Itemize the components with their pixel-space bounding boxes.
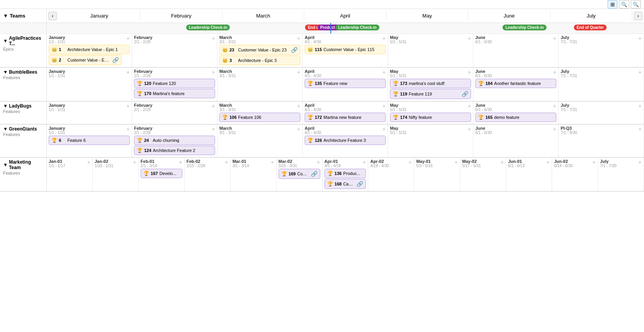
cell-add-button[interactable]: + [638, 69, 642, 75]
cell-add-button[interactable]: + [553, 35, 556, 41]
cell-add-button[interactable]: + [638, 126, 642, 132]
teams-toggle[interactable]: ▼ Teams [0, 9, 47, 23]
cell-add-button[interactable]: + [126, 126, 130, 132]
group-greengiants-label: GreenGiants [9, 126, 37, 132]
cell-add-button[interactable]: + [271, 159, 274, 165]
group-bumblebees-name[interactable]: ▼ BumbleBees [3, 69, 43, 75]
cell-add-button[interactable]: + [126, 103, 130, 109]
cell-add-button[interactable]: + [297, 103, 300, 109]
cell-period-name: April [305, 103, 321, 108]
cell-head: May 5/1 - 5/31 + [390, 35, 471, 44]
cell-add-button[interactable]: + [382, 69, 386, 75]
feat-item-126[interactable]: 🏆 126 Architecture Feature 3 [305, 136, 386, 145]
group-marketingteam-name[interactable]: ▼ Marketing Team [3, 159, 43, 170]
feat-item-119[interactable]: 🏆 119 Feature 119 🔗 [390, 89, 471, 99]
epic-item-23[interactable]: 👑 23 Customer Value - Epic 23 🔗 [219, 45, 300, 55]
cell-add-button[interactable]: + [468, 35, 471, 41]
greengiants-mar-cell: March 3/1 - 3/31 + [217, 125, 303, 157]
cell-add-button[interactable]: + [592, 159, 596, 165]
group-agilepractices-header: ▼ AgilePractices T... Epics January 1/1 … [0, 34, 644, 67]
feat-item-172[interactable]: 🏆 172 Martina new feature [305, 113, 386, 122]
nav-left-button[interactable]: ‹ [48, 12, 57, 20]
feat-item-174[interactable]: 🏆 174 Nifty feature [390, 113, 471, 122]
feat-item-169[interactable]: 🏆 169 Communica... 🔗 [279, 169, 320, 179]
cell-add-button[interactable]: + [546, 159, 550, 165]
cell-add-button[interactable]: + [87, 159, 90, 165]
epic-item-115[interactable]: 👑 115 Customer Value - Epic 115 [305, 45, 386, 54]
cell-add-button[interactable]: + [382, 126, 386, 132]
cell-head: Apr-02 4/19 - 4/30 + [370, 159, 412, 168]
group-greengiants-name[interactable]: ▼ GreenGiants [3, 126, 43, 132]
cell-add-button[interactable]: + [500, 159, 504, 165]
cell-add-button[interactable]: + [317, 159, 320, 165]
epic-icon: 👑 [222, 47, 228, 53]
feat-item-136[interactable]: 🏆 136 Produc... [325, 169, 366, 178]
cell-head: July 7/1 - 7/31 + [561, 69, 642, 78]
grid-view-button[interactable]: ⊞ [607, 0, 618, 9]
bumblebees-jun-cell: June 6/1 - 6/30 + 🏆 184 Another fantasti… [473, 68, 559, 101]
cell-add-button[interactable]: + [455, 159, 458, 165]
cell-add-button[interactable]: + [212, 35, 215, 41]
cell-add-button[interactable]: + [297, 35, 300, 41]
cell-period-name: June [475, 69, 492, 74]
feat-item-167[interactable]: 🏆 167 Develo... [141, 169, 182, 178]
zoom-out-button[interactable]: 🔍 [619, 0, 629, 9]
cell-period-name: Feb-01 [141, 159, 157, 164]
cell-add-button[interactable]: + [638, 159, 642, 165]
cell-period-name: Apr-02 [370, 159, 389, 164]
epic-item-3[interactable]: 👑 3 Architecture - Epic 3 [219, 56, 300, 65]
feat-item-120[interactable]: 🏆 120 Feature 120 [134, 79, 215, 88]
today-line [330, 23, 331, 34]
cell-add-button[interactable]: + [638, 103, 642, 109]
feat-item-168[interactable]: 🏆 168 Campa... 🔗 [325, 179, 366, 189]
group-agilepractices-name[interactable]: ▼ AgilePractices T... [3, 35, 43, 46]
feat-item-106[interactable]: 🏆 106 Feature 106 [219, 113, 300, 122]
cell-period-dates: 1/1 - 1/17 [49, 164, 65, 168]
feat-item-165[interactable]: 🏆 165 demo feature [475, 113, 556, 122]
feat-item-184[interactable]: 🏆 184 Another fantastic feature [475, 79, 556, 88]
cell-add-button[interactable]: + [468, 103, 471, 109]
epic-item-1[interactable]: 👑 1 Architecture Value - Epic 1 [49, 45, 130, 54]
bumblebees-jan-cell: January 1/1 - 1/31 + [47, 68, 132, 101]
cell-add-button[interactable]: + [126, 35, 130, 41]
feat-item-6[interactable]: 🏆 6 Feature 6 [49, 136, 130, 145]
cell-add-button[interactable]: + [297, 69, 300, 75]
agilepractices-jun-cell: June 6/1 - 6/30 + [473, 34, 559, 67]
cell-add-button[interactable]: + [382, 103, 386, 109]
cell-add-button[interactable]: + [225, 159, 228, 165]
zoom-in-button[interactable]: 🔍 [631, 0, 641, 9]
cell-add-button[interactable]: + [382, 35, 386, 41]
cell-add-button[interactable]: + [179, 159, 182, 165]
feat-item-135[interactable]: 🏆 135 Feature new [305, 79, 386, 88]
cell-add-button[interactable]: + [212, 69, 215, 75]
milestones-spacer [0, 23, 47, 34]
group-bumblebees: ▼ BumbleBees Features January 1/1 - 1/31 [0, 68, 644, 102]
cell-period-name: March [219, 69, 236, 74]
feat-item-124[interactable]: 🏆 124 Architecture Feature 2 [134, 146, 215, 155]
cell-add-button[interactable]: + [468, 126, 471, 132]
cell-add-button[interactable]: + [212, 126, 215, 132]
cell-add-button[interactable]: + [468, 69, 471, 75]
nav-right-button[interactable]: › [634, 12, 642, 20]
feat-item-173[interactable]: 🏆 173 martina's cool stuff [390, 79, 471, 88]
feat-title: Feature 120 [153, 81, 212, 86]
bumblebees-jul-cell: July 7/1 - 7/31 + [559, 68, 644, 101]
cell-add-button[interactable]: + [212, 103, 215, 109]
feat-item-24[interactable]: 🏆 24 Auto churning [134, 136, 215, 145]
cell-add-button[interactable]: + [638, 35, 642, 41]
cell-add-button[interactable]: + [553, 69, 556, 75]
cell-period-dates: 2/1 - 2/28 [134, 108, 152, 112]
cell-period: June 6/1 - 6/30 [475, 35, 492, 44]
epic-num: 115 [315, 47, 322, 52]
epic-item-2[interactable]: 👑 2 Customer Value - Epic 2 🔗 [49, 55, 122, 65]
feat-item-170[interactable]: 🏆 170 Martina's feature [134, 89, 215, 98]
group-ladybugs-name[interactable]: ▼ LadyBugs [3, 103, 43, 109]
cell-add-button[interactable]: + [553, 126, 556, 132]
cell-add-button[interactable]: + [126, 69, 130, 75]
cell-add-button[interactable]: + [553, 103, 556, 109]
cell-add-button[interactable]: + [133, 159, 136, 165]
cell-add-button[interactable]: + [409, 159, 412, 165]
cell-add-button[interactable]: + [297, 126, 300, 132]
cell-add-button[interactable]: + [363, 159, 366, 165]
chevron-icon: ▼ [3, 103, 8, 109]
